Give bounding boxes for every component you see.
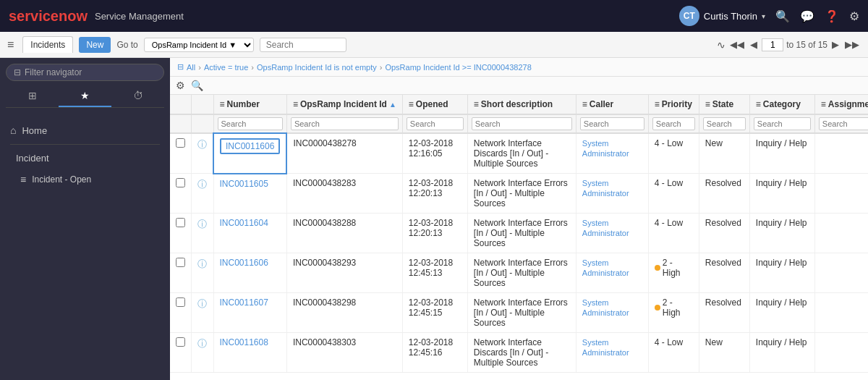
first-page-button[interactable]: ◀◀ bbox=[728, 39, 746, 50]
search-state-input[interactable] bbox=[703, 117, 746, 130]
breadcrumb-opsramp-notempty[interactable]: OpsRamp Incident Id is not empty bbox=[257, 63, 377, 72]
opened-date: 12-03-2018 12:16:05 bbox=[402, 133, 467, 174]
search-priority-input[interactable] bbox=[652, 117, 695, 130]
info-button[interactable]: ⓘ bbox=[197, 139, 207, 150]
tab-new[interactable]: New bbox=[79, 37, 111, 53]
priority-cell: 2 - High bbox=[648, 293, 699, 333]
info-button[interactable]: ⓘ bbox=[197, 219, 207, 229]
priority-cell: 4 - Low bbox=[648, 333, 699, 373]
opened-date: 12-03-2018 12:45:16 bbox=[402, 333, 467, 373]
assignment-cell bbox=[814, 333, 868, 373]
row-checkbox[interactable] bbox=[176, 138, 185, 148]
filter-placeholder: Filter navigator bbox=[25, 67, 82, 77]
breadcrumb-active[interactable]: Active = true bbox=[204, 63, 248, 72]
state-cell: Resolved bbox=[699, 253, 749, 293]
search-opened-input[interactable] bbox=[407, 117, 464, 130]
sidebar-item-incident-open[interactable]: ≡ Incident - Open bbox=[0, 169, 170, 190]
prev-page-button[interactable]: ◀ bbox=[749, 39, 759, 50]
row-checkbox[interactable] bbox=[176, 218, 185, 227]
header-priority[interactable]: ≡ Priority bbox=[648, 95, 699, 114]
user-name: Curtis Thorin bbox=[704, 11, 757, 22]
search-input[interactable] bbox=[260, 38, 346, 52]
tab-incidents[interactable]: Incidents bbox=[22, 36, 73, 53]
breadcrumb-opsramp-gte[interactable]: OpsRamp Incident Id >= INC0000438278 bbox=[385, 63, 531, 72]
table-row: ⓘINC0011606INC000043829312-03-2018 12:45… bbox=[170, 253, 868, 293]
short-description: Network Interface Discards [In / Out] - … bbox=[467, 333, 576, 373]
search-assignment-input[interactable] bbox=[819, 117, 868, 130]
caller-link[interactable]: System Administrator bbox=[582, 258, 629, 277]
incident-number-link[interactable]: INC0011607 bbox=[220, 297, 268, 308]
header-state[interactable]: ≡ State bbox=[699, 95, 749, 114]
header-caller[interactable]: ≡ Caller bbox=[576, 95, 648, 114]
help-icon[interactable]: ❓ bbox=[825, 9, 839, 23]
sidebar-tab-favorites[interactable]: ★ bbox=[59, 85, 111, 107]
info-button[interactable]: ⓘ bbox=[197, 298, 207, 309]
user-info[interactable]: CT Curtis Thorin ▾ bbox=[679, 6, 765, 26]
info-button[interactable]: ⓘ bbox=[197, 338, 207, 349]
last-page-button[interactable]: ▶▶ bbox=[843, 39, 861, 50]
search-category-input[interactable] bbox=[754, 117, 811, 130]
search-opsramp-input[interactable] bbox=[291, 117, 399, 130]
row-checkbox[interactable] bbox=[176, 297, 185, 307]
sidebar-item-incident[interactable]: Incident bbox=[0, 148, 170, 169]
opened-date: 12-03-2018 12:20:13 bbox=[402, 214, 467, 253]
sidebar-item-home[interactable]: ⌂ Home bbox=[0, 119, 170, 141]
col-number-label: Number bbox=[227, 99, 260, 109]
incident-number-link[interactable]: INC0011608 bbox=[220, 337, 268, 347]
table-row: ⓘINC0011605INC000043828312-03-2018 12:20… bbox=[170, 174, 868, 214]
table-row: ⓘINC0011607INC000043829812-03-2018 12:45… bbox=[170, 293, 868, 333]
sidebar-tab-pages[interactable]: ⊞ bbox=[6, 85, 59, 107]
priority-label: 2 - High bbox=[663, 258, 693, 278]
header-assignment[interactable]: ≡ Assignment group bbox=[814, 95, 868, 114]
avatar: CT bbox=[679, 6, 699, 26]
table-search-icon[interactable]: 🔍 bbox=[191, 80, 203, 91]
table-gear-icon[interactable]: ⚙ bbox=[176, 80, 185, 91]
info-button[interactable]: ⓘ bbox=[197, 258, 207, 269]
search-caller-input[interactable] bbox=[580, 117, 644, 130]
search-opened-col bbox=[402, 114, 467, 133]
main-layout: ⊟ Filter navigator ⊞ ★ ⏱ ⌂ Home Incident… bbox=[0, 58, 868, 380]
user-dropdown-icon[interactable]: ▾ bbox=[762, 12, 765, 20]
row-checkbox[interactable] bbox=[176, 337, 185, 347]
caller-link[interactable]: System Administrator bbox=[582, 298, 629, 317]
page-number-input[interactable] bbox=[762, 38, 783, 51]
settings-icon[interactable]: ⚙ bbox=[849, 9, 859, 23]
sidebar-tab-history[interactable]: ⏱ bbox=[111, 85, 164, 107]
col-category-sort-icon: ≡ bbox=[756, 99, 761, 109]
caller-link[interactable]: System Administrator bbox=[582, 219, 629, 237]
hamburger-icon[interactable]: ≡ bbox=[7, 38, 14, 51]
next-page-button[interactable]: ▶ bbox=[830, 39, 841, 50]
search-icon[interactable]: 🔍 bbox=[775, 9, 790, 23]
incident-number-link[interactable]: INC0011605 bbox=[220, 179, 268, 189]
col-priority-label: Priority bbox=[662, 99, 692, 109]
header-number[interactable]: ≡ Number bbox=[213, 95, 286, 114]
table-search-row bbox=[170, 114, 868, 133]
category-cell: Inquiry / Help bbox=[749, 293, 814, 333]
search-short-input[interactable] bbox=[472, 117, 572, 130]
header-short-desc[interactable]: ≡ Short description bbox=[467, 95, 576, 114]
sort-asc-icon: ▲ bbox=[389, 101, 396, 109]
caller-link[interactable]: System Administrator bbox=[582, 139, 629, 158]
chat-icon[interactable]: 💬 bbox=[800, 9, 814, 23]
header-category[interactable]: ≡ Category bbox=[749, 95, 814, 114]
search-caller-col bbox=[576, 114, 648, 133]
caller-link[interactable]: System Administrator bbox=[582, 179, 629, 198]
info-button[interactable]: ⓘ bbox=[197, 179, 207, 190]
row-checkbox[interactable] bbox=[176, 258, 185, 267]
search-number-input[interactable] bbox=[218, 117, 283, 130]
header-opsramp[interactable]: ≡ OpsRamp Incident Id ▲ bbox=[286, 95, 402, 114]
row-checkbox[interactable] bbox=[176, 178, 185, 187]
breadcrumb: ⊟ All › Active = true › OpsRamp Incident… bbox=[170, 58, 868, 77]
goto-select[interactable]: OpsRamp Incident Id ▼ bbox=[144, 38, 254, 52]
caller-link[interactable]: System Administrator bbox=[582, 338, 629, 357]
priority-cell: 2 - High bbox=[648, 253, 699, 293]
sidebar-incident-label: Incident bbox=[16, 153, 49, 164]
short-description: Network Interface Discards [In / Out] - … bbox=[467, 133, 576, 174]
filter-nav[interactable]: ⊟ Filter navigator bbox=[6, 64, 164, 81]
incident-number-link[interactable]: INC0011606 bbox=[220, 258, 268, 268]
breadcrumb-all[interactable]: All bbox=[187, 63, 195, 72]
incident-number-link[interactable]: INC0011606 bbox=[220, 138, 280, 154]
incident-number-link[interactable]: INC0011604 bbox=[220, 218, 268, 228]
header-opened[interactable]: ≡ Opened bbox=[402, 95, 467, 114]
opened-date: 12-03-2018 12:20:13 bbox=[402, 174, 467, 214]
